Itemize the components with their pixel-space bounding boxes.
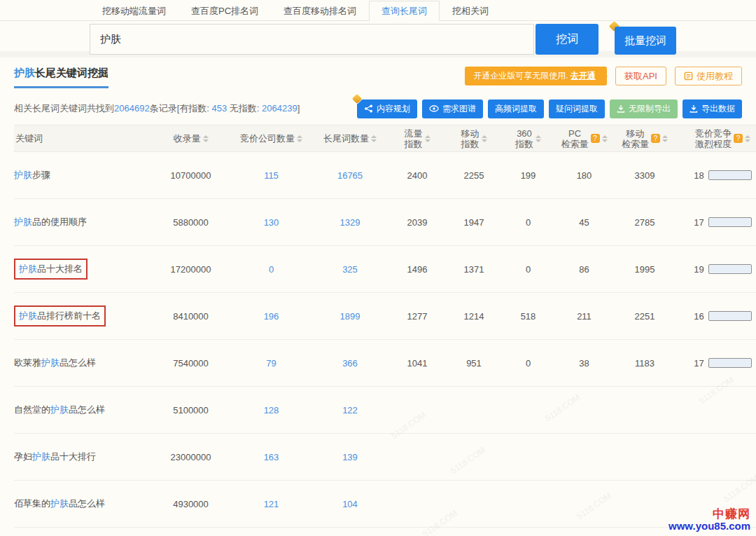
toolbar-button-0[interactable]: 内容规划 — [357, 99, 417, 118]
count-link-cell[interactable]: 121 — [231, 481, 312, 528]
column-header-4[interactable]: 流量指数 — [388, 125, 446, 152]
sort-icon[interactable] — [297, 135, 302, 142]
value-cell — [502, 481, 554, 528]
competition-bar — [708, 217, 752, 227]
keyword-cell: 护肤品的使用顺序 — [14, 199, 150, 246]
diamond-icon — [352, 93, 362, 103]
count-link-cell[interactable]: 122 — [312, 387, 388, 434]
count-link-cell[interactable]: 104 — [312, 481, 388, 528]
column-header-2[interactable]: 竞价公司数量 — [231, 125, 312, 152]
sort-icon[interactable] — [745, 135, 750, 142]
value-cell: 199 — [502, 152, 554, 199]
value-cell: 10700000 — [150, 152, 231, 199]
value-cell: 86 — [554, 246, 614, 293]
count-link-cell[interactable]: 0 — [231, 246, 312, 293]
column-header-3[interactable]: 长尾词数量 — [312, 125, 388, 152]
count-link-cell[interactable]: 196 — [231, 293, 312, 340]
tutorial-button[interactable]: 使用教程 — [675, 67, 742, 85]
value-cell: 1277 — [388, 293, 446, 340]
open-enterprise-link[interactable]: 去开通 — [570, 71, 596, 81]
count-link-cell[interactable]: 325 — [312, 246, 388, 293]
value-cell: 2039 — [388, 199, 446, 246]
value-cell — [554, 387, 614, 434]
table-row: 孕妇护肤品十大排行23000000163139 — [14, 434, 756, 481]
help-icon[interactable]: ? — [651, 134, 660, 143]
value-cell — [446, 434, 502, 481]
competition-bar — [708, 170, 752, 180]
sort-icon[interactable] — [482, 135, 487, 142]
column-header-5[interactable]: 移动指数 — [446, 125, 502, 152]
value-cell: 7540000 — [150, 340, 231, 387]
keyword-cell: 孕妇护肤品十大排行 — [14, 434, 150, 481]
tab-0[interactable]: 挖移动端流量词 — [90, 1, 178, 21]
value-cell — [554, 434, 614, 481]
value-cell: 45 — [554, 199, 614, 246]
count-link-cell[interactable]: 163 — [231, 434, 312, 481]
table-row: 护肤品排行榜前十名8410000196189912771214518211225… — [14, 293, 756, 340]
value-cell: 1995 — [614, 246, 676, 293]
value-cell — [388, 387, 446, 434]
tab-1[interactable]: 查百度PC排名词 — [178, 1, 271, 21]
toolbar-button-2[interactable]: 高频词提取 — [488, 99, 544, 118]
eye-icon — [429, 104, 439, 113]
sort-icon[interactable] — [602, 135, 608, 142]
sort-icon[interactable] — [536, 135, 541, 142]
count-link-cell[interactable]: 139 — [312, 434, 388, 481]
toolbar-button-3[interactable]: 疑问词提取 — [549, 99, 605, 118]
get-api-button[interactable]: 获取API — [615, 67, 666, 85]
value-cell — [554, 481, 614, 528]
table-row: 护肤品十大排名17200000032514961371086199519 — [14, 246, 756, 293]
keyword-cell: 护肤步骤 — [14, 152, 150, 199]
help-icon[interactable]: ? — [734, 134, 743, 143]
tab-2[interactable]: 查百度移动排名词 — [271, 1, 369, 21]
count-link-cell[interactable]: 115 — [231, 152, 312, 199]
tab-4[interactable]: 挖相关词 — [440, 1, 501, 21]
column-header-9[interactable]: 竞价竞争激烈程度? — [676, 125, 756, 152]
help-icon[interactable]: ? — [591, 134, 600, 143]
red-highlight-box: 护肤品排行榜前十名 — [14, 305, 106, 327]
value-cell: 0 — [502, 199, 554, 246]
tab-3[interactable]: 查询长尾词 — [369, 1, 440, 21]
toolbar-button-1[interactable]: 需求图谱 — [422, 99, 483, 118]
batch-dig-button[interactable]: 批量挖词 — [615, 27, 676, 55]
page-title: 护肤长尾关键词挖掘 — [14, 67, 108, 88]
keyword-cell: 护肤品排行榜前十名 — [14, 293, 150, 340]
column-header-8[interactable]: 移动检索量? — [614, 125, 676, 152]
competition-bar — [708, 358, 752, 368]
main-panel: 护肤长尾关键词挖掘 开通企业版可享无限使用. 去开通 获取API 使用教程 相关… — [0, 57, 756, 528]
value-cell — [614, 481, 676, 528]
dig-button[interactable]: 挖词 — [536, 24, 598, 55]
count-link-cell[interactable]: 128 — [231, 387, 312, 434]
competition-bar — [708, 311, 752, 321]
share-icon — [364, 104, 373, 113]
toolbar-button-5[interactable]: 导出数据 — [682, 99, 742, 118]
value-cell — [388, 481, 446, 528]
sort-icon[interactable] — [662, 135, 668, 142]
sort-icon[interactable] — [425, 135, 430, 142]
column-header-6[interactable]: 360指数 — [502, 125, 554, 152]
count-link-cell[interactable]: 130 — [231, 199, 312, 246]
count-link-cell[interactable]: 1899 — [312, 293, 388, 340]
column-header-7[interactable]: PC检索量? — [554, 125, 614, 152]
enterprise-promo-banner: 开通企业版可享无限使用. 去开通 — [465, 67, 607, 85]
sort-icon[interactable] — [371, 135, 377, 142]
toolbar-button-4[interactable]: 无限制导出 — [610, 99, 678, 118]
value-cell: 211 — [554, 293, 614, 340]
value-cell: 3309 — [614, 152, 676, 199]
value-cell: 2251 — [614, 293, 676, 340]
keyword-table: 关键词收录量竞价公司数量长尾词数量流量指数移动指数360指数PC检索量?移动检索… — [14, 125, 756, 528]
table-row: 护肤步骤107000001151676524002255199180330918 — [14, 152, 756, 199]
count-link-cell[interactable]: 1329 — [312, 199, 388, 246]
column-header-1[interactable]: 收录量 — [150, 125, 231, 152]
book-icon — [684, 71, 693, 81]
column-header-0: 关键词 — [14, 125, 150, 152]
count-link-cell[interactable]: 16765 — [312, 152, 388, 199]
value-cell: 5880000 — [150, 199, 231, 246]
keyword-input[interactable] — [90, 24, 534, 55]
count-link-cell[interactable]: 366 — [312, 340, 388, 387]
value-cell — [446, 481, 502, 528]
value-cell — [614, 434, 676, 481]
value-cell: 38 — [554, 340, 614, 387]
count-link-cell[interactable]: 79 — [231, 340, 312, 387]
sort-icon[interactable] — [203, 135, 209, 142]
